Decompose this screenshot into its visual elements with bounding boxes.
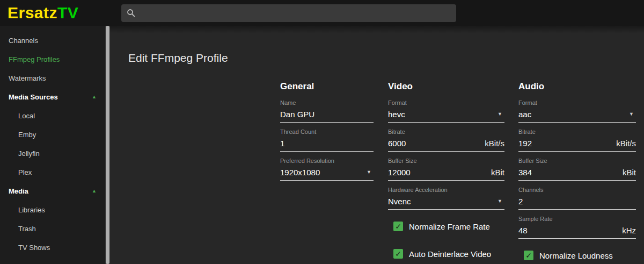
search-input[interactable] bbox=[141, 9, 451, 17]
logo-ersatz: Ersatz bbox=[8, 4, 57, 22]
auto-deinterlace-video-checkbox-row[interactable]: ✓ Auto Deinterlace Video bbox=[393, 249, 504, 259]
name-field: Name bbox=[280, 99, 374, 123]
sidebar-item-label: TV Shows bbox=[18, 238, 50, 257]
hardware-acceleration-select[interactable]: Nvenc ▼ bbox=[388, 194, 504, 210]
audio-bitrate-input[interactable] bbox=[518, 139, 612, 148]
chevron-down-icon[interactable]: ▼ bbox=[629, 111, 634, 117]
audio-bitrate-input-wrap: kBit/s bbox=[518, 135, 636, 152]
logo-tv: TV bbox=[57, 4, 78, 22]
checkbox-checked-icon[interactable]: ✓ bbox=[524, 251, 533, 260]
name-input-wrap bbox=[280, 106, 374, 123]
sidebar-item-local[interactable]: Local bbox=[0, 106, 105, 125]
field-label: Format bbox=[518, 99, 636, 106]
checkbox-checked-icon[interactable]: ✓ bbox=[393, 249, 403, 259]
field-label: Sample Rate bbox=[518, 216, 636, 223]
checkbox-label: Normalize Loudness bbox=[539, 251, 613, 260]
audio-sample-rate-field: Sample Rate kHz bbox=[518, 216, 636, 239]
select-value: aac bbox=[518, 110, 625, 119]
checkbox-checked-icon[interactable]: ✓ bbox=[393, 222, 403, 231]
field-label: Format bbox=[388, 99, 504, 106]
section-heading-video: Video bbox=[388, 81, 504, 92]
preferred-resolution-select[interactable]: 1920x1080 ▼ bbox=[280, 165, 374, 181]
chevron-down-icon[interactable]: ▼ bbox=[367, 169, 371, 175]
unit-suffix: kBit/s bbox=[485, 139, 504, 148]
audio-buffer-size-field: Buffer Size kBit bbox=[518, 158, 636, 181]
sidebar-item-label: Plex bbox=[18, 163, 32, 182]
audio-channels-input[interactable] bbox=[518, 197, 636, 206]
select-value: 1920x1080 bbox=[280, 168, 362, 177]
field-label: Bitrate bbox=[518, 129, 636, 135]
field-label: Name bbox=[280, 99, 374, 106]
audio-sample-rate-input[interactable] bbox=[518, 226, 618, 235]
top-app-bar: ErsatzTV bbox=[0, 0, 644, 26]
audio-bitrate-field: Bitrate kBit/s bbox=[518, 129, 636, 152]
sidebar-item-label: Emby bbox=[18, 125, 36, 144]
unit-suffix: kHz bbox=[622, 226, 636, 235]
sidebar-group-label: Media Sources bbox=[9, 88, 58, 106]
field-label: Preferred Resolution bbox=[280, 158, 374, 165]
checkbox-label: Auto Deinterlace Video bbox=[409, 249, 491, 259]
sidebar-item-label: FFmpeg Profiles bbox=[9, 50, 60, 69]
sidebar-group-media[interactable]: Media ▲ bbox=[0, 182, 105, 201]
section-heading-general: General bbox=[280, 81, 374, 92]
sidebar-item-ffmpeg-profiles[interactable]: FFmpeg Profiles bbox=[0, 50, 105, 69]
sidebar-item-label: Trash bbox=[18, 219, 36, 238]
field-label: Buffer Size bbox=[518, 158, 636, 165]
audio-format-select[interactable]: aac ▼ bbox=[518, 106, 636, 123]
chevron-down-icon[interactable]: ▼ bbox=[497, 198, 502, 204]
field-label: Channels bbox=[518, 187, 636, 194]
select-value: hevc bbox=[388, 110, 493, 119]
unit-suffix: kBit bbox=[623, 168, 636, 177]
main-content: Edit FFmpeg Profile General Name Thread … bbox=[110, 26, 644, 264]
preferred-resolution-field: Preferred Resolution 1920x1080 ▼ bbox=[280, 158, 374, 181]
sidebar-item-label: Movies bbox=[18, 257, 40, 264]
sidebar-item-label: Jellyfin bbox=[18, 144, 40, 163]
name-input[interactable] bbox=[280, 110, 374, 119]
thread-count-input[interactable] bbox=[280, 139, 374, 148]
sidebar-item-emby[interactable]: Emby bbox=[0, 125, 105, 144]
app-logo[interactable]: ErsatzTV bbox=[0, 4, 107, 22]
sidebar-scrollbar[interactable] bbox=[105, 26, 110, 264]
sidebar-item-trash[interactable]: Trash bbox=[0, 219, 105, 238]
sidebar-item-label: Watermarks bbox=[9, 69, 46, 88]
thread-count-input-wrap bbox=[280, 135, 374, 152]
video-bitrate-input-wrap: kBit/s bbox=[388, 135, 504, 152]
video-bitrate-input[interactable] bbox=[388, 139, 480, 148]
audio-channels-input-wrap bbox=[518, 194, 636, 210]
search-icon bbox=[127, 9, 135, 17]
sidebar-item-jellyfin[interactable]: Jellyfin bbox=[0, 144, 105, 163]
collapse-caret-icon[interactable]: ▲ bbox=[92, 88, 97, 106]
video-buffer-size-field: Buffer Size kBit bbox=[388, 158, 504, 181]
checkbox-label: Normalize Frame Rate bbox=[409, 222, 490, 231]
video-format-field: Format hevc ▼ bbox=[388, 99, 504, 123]
audio-buffer-size-input[interactable] bbox=[518, 168, 618, 177]
search-bar[interactable] bbox=[121, 4, 456, 22]
normalize-loudness-checkbox-row[interactable]: ✓ Normalize Loudness bbox=[524, 251, 636, 260]
scrollbar-thumb[interactable] bbox=[106, 26, 109, 264]
field-label: Bitrate bbox=[388, 129, 504, 135]
sidebar-item-label: Channels bbox=[9, 31, 38, 50]
section-audio: Audio Format aac ▼ Bitrate kBit/s Buffer… bbox=[518, 81, 636, 260]
section-general: General Name Thread Count Preferred Reso… bbox=[280, 81, 374, 187]
section-heading-audio: Audio bbox=[518, 81, 636, 92]
sidebar-item-libraries[interactable]: Libraries bbox=[0, 201, 105, 219]
audio-sample-rate-input-wrap: kHz bbox=[518, 223, 636, 239]
select-value: Nvenc bbox=[388, 197, 493, 206]
sidebar-item-label: Local bbox=[18, 106, 35, 125]
sidebar-item-plex[interactable]: Plex bbox=[0, 163, 105, 182]
chevron-down-icon[interactable]: ▼ bbox=[497, 111, 502, 117]
collapse-caret-icon[interactable]: ▲ bbox=[92, 182, 97, 201]
sidebar-item-channels[interactable]: Channels bbox=[0, 31, 105, 50]
video-bitrate-field: Bitrate kBit/s bbox=[388, 129, 504, 152]
normalize-frame-rate-checkbox-row[interactable]: ✓ Normalize Frame Rate bbox=[393, 222, 504, 231]
unit-suffix: kBit/s bbox=[616, 139, 636, 148]
field-label: Hardware Acceleration bbox=[388, 187, 504, 194]
page-title: Edit FFmpeg Profile bbox=[128, 52, 228, 65]
hardware-acceleration-field: Hardware Acceleration Nvenc ▼ bbox=[388, 187, 504, 210]
sidebar-item-tv-shows[interactable]: TV Shows bbox=[0, 238, 105, 257]
sidebar-group-media-sources[interactable]: Media Sources ▲ bbox=[0, 88, 105, 106]
sidebar-item-movies[interactable]: Movies bbox=[0, 257, 105, 264]
sidebar-item-watermarks[interactable]: Watermarks bbox=[0, 69, 105, 88]
video-buffer-size-input[interactable] bbox=[388, 168, 487, 177]
video-format-select[interactable]: hevc ▼ bbox=[388, 106, 504, 123]
